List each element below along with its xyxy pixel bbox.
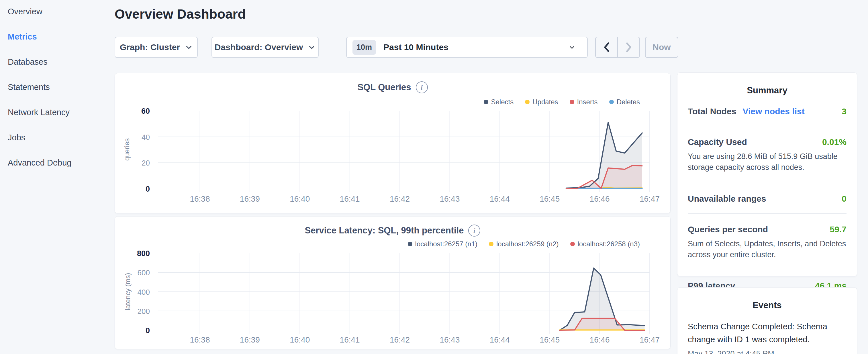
axis-tick-label: 16:39 (240, 194, 260, 203)
axis-tick-label: 0 (146, 185, 150, 193)
sidebar-item-metrics[interactable]: Metrics (0, 29, 115, 44)
axis-tick-label: 16:41 (340, 335, 360, 344)
sidebar-item-statements[interactable]: Statements (0, 79, 115, 95)
chevron-down-icon (185, 43, 192, 51)
axis-tick-label: 16:43 (440, 194, 460, 203)
sidebar: Overview Metrics Databases Statements Ne… (0, 0, 115, 354)
summary-row-label: Total Nodes (688, 106, 736, 116)
summary-row-total-nodes: Total Nodes View nodes list 3 (688, 106, 846, 116)
axis-tick-label: 16:46 (590, 335, 610, 344)
axis-tick-label: 16:40 (290, 194, 310, 203)
axis-tick-label: 16:42 (390, 194, 410, 203)
sidebar-item-databases[interactable]: Databases (0, 55, 115, 69)
sql-queries-chart-card: SQL Queries i SelectsUpdatesInsertsDelet… (115, 73, 671, 213)
sidebar-item-overview[interactable]: Overview (0, 4, 115, 19)
sidebar-item-advanced-debug[interactable]: Advanced Debug (0, 155, 115, 170)
graph-scope-label: Graph: Cluster (120, 42, 180, 52)
summary-row-value: 0.01% (822, 137, 846, 147)
step-back-button[interactable] (596, 37, 618, 57)
axis-tick-label: 16:45 (539, 194, 560, 203)
axis-tick-label: 16:39 (240, 335, 260, 344)
axis-tick-label: 16:38 (190, 335, 210, 344)
now-button[interactable]: Now (645, 37, 678, 58)
axis-tick-label: 40 (142, 133, 150, 141)
dashboard-label: Dashboard: Overview (215, 42, 303, 52)
axis-tick-label: 16:46 (590, 194, 610, 203)
time-range-selector[interactable]: 10m Past 10 Minutes (346, 37, 588, 58)
axis-tick-label: 16:44 (490, 335, 510, 344)
controls-divider (333, 35, 333, 59)
summary-row-unavailable-ranges: Unavailable ranges 0 (688, 194, 846, 204)
chevron-down-icon (308, 43, 315, 51)
axis-tick-label: 16:47 (640, 194, 660, 203)
axis-tick-label: 16:42 (390, 335, 410, 344)
axis-tick-label: 16:40 (290, 335, 310, 344)
service-latency-chart-card: Service Latency: SQL, 99th percentile i … (115, 216, 671, 349)
time-range-badge: 10m (352, 40, 376, 55)
chevron-down-icon (568, 43, 576, 51)
time-range-label: Past 10 Minutes (383, 42, 568, 52)
axis-tick-label: 16:43 (440, 335, 460, 344)
axis-tick-label: 20 (142, 159, 150, 167)
chevron-left-icon (602, 41, 611, 53)
graph-scope-dropdown[interactable]: Graph: Cluster (115, 37, 198, 58)
axis-tick-label: 600 (137, 268, 150, 277)
events-panel: Events Schema Change Completed: Schema c… (677, 287, 857, 354)
divider (688, 213, 846, 214)
y-axis-unit-label: latency (ms) (124, 267, 132, 316)
axis-tick-label: 16:38 (190, 194, 210, 203)
sql-queries-plot[interactable]: 16:3816:3916:4016:4116:4216:4316:4416:45… (115, 73, 670, 213)
summary-row-description: You are using 28.6 MiB of 515.9 GiB usab… (688, 151, 846, 173)
summary-panel: Summary Total Nodes View nodes list 3 Ca… (677, 72, 857, 277)
summary-row-description: Sum of Selects, Updates, Inserts, and De… (688, 238, 846, 260)
summary-row-label: Capacity Used (688, 137, 747, 147)
axis-tick-label: 16:41 (340, 194, 360, 203)
event-message: Schema Change Completed: Schema change w… (677, 320, 857, 346)
view-nodes-list-link[interactable]: View nodes list (743, 106, 804, 116)
divider (688, 126, 846, 126)
axis-tick-label: 0 (146, 326, 150, 335)
summary-row-capacity-used: Capacity Used 0.01% (688, 137, 846, 147)
axis-tick-label: 200 (137, 307, 150, 316)
dashboard-dropdown[interactable]: Dashboard: Overview (212, 37, 319, 58)
axis-tick-label: 16:45 (539, 335, 560, 344)
summary-row-value: 59.7 (830, 225, 846, 234)
axis-tick-label: 800 (137, 249, 150, 258)
axis-tick-label: 16:47 (640, 335, 660, 344)
y-axis-unit-label: queries (123, 129, 131, 169)
axis-tick-label: 400 (137, 288, 150, 296)
now-button-label: Now (652, 42, 671, 52)
page-title: Overview Dashboard (115, 6, 246, 22)
summary-row-value: 0 (842, 194, 846, 204)
admin-ui-root: Overview Metrics Databases Statements Ne… (0, 0, 868, 354)
summary-row-value: 3 (842, 106, 846, 116)
sidebar-item-jobs[interactable]: Jobs (0, 130, 115, 145)
sidebar-item-network-latency[interactable]: Network Latency (0, 105, 115, 120)
time-step-buttons (595, 37, 640, 58)
divider (688, 270, 846, 270)
step-forward-button[interactable] (618, 37, 639, 57)
summary-title: Summary (677, 85, 857, 96)
service-latency-plot[interactable]: 16:3816:3916:4016:4116:4216:4316:4416:45… (115, 217, 670, 349)
events-title: Events (677, 300, 857, 311)
summary-row-label: Unavailable ranges (688, 194, 766, 204)
axis-tick-label: 60 (141, 107, 150, 116)
summary-row-queries-per-second: Queries per second 59.7 (688, 225, 846, 234)
axis-tick-label: 16:44 (490, 194, 510, 203)
summary-row-label: Queries per second (688, 225, 768, 234)
chevron-right-icon (624, 41, 633, 53)
event-timestamp: May 13, 2020 at 4:45 PM (677, 349, 857, 354)
